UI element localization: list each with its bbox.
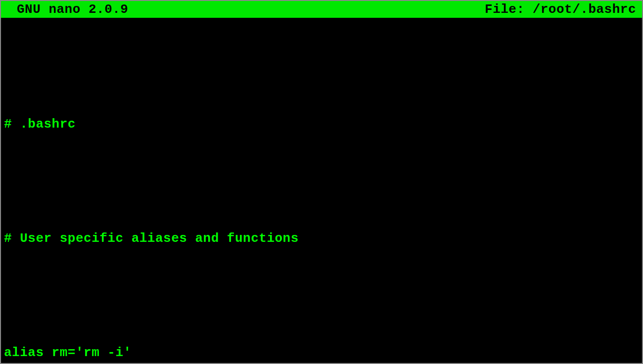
editor-line: # .bashrc [4, 115, 639, 134]
file-path: File: /root/.bashrc [485, 2, 638, 17]
editor-line [4, 58, 639, 77]
nano-editor-window: GNU nano 2.0.9 File: /root/.bashrc # .ba… [0, 0, 643, 364]
app-title: GNU nano 2.0.9 [5, 2, 128, 17]
editor-line: alias rm='rm -i' [4, 343, 639, 362]
editor-line [4, 286, 639, 305]
nano-titlebar: GNU nano 2.0.9 File: /root/.bashrc [1, 1, 642, 18]
editor-line [4, 172, 639, 191]
editor-line: # User specific aliases and functions [4, 229, 639, 248]
editor-area[interactable]: # .bashrc # User specific aliases and fu… [1, 18, 642, 363]
